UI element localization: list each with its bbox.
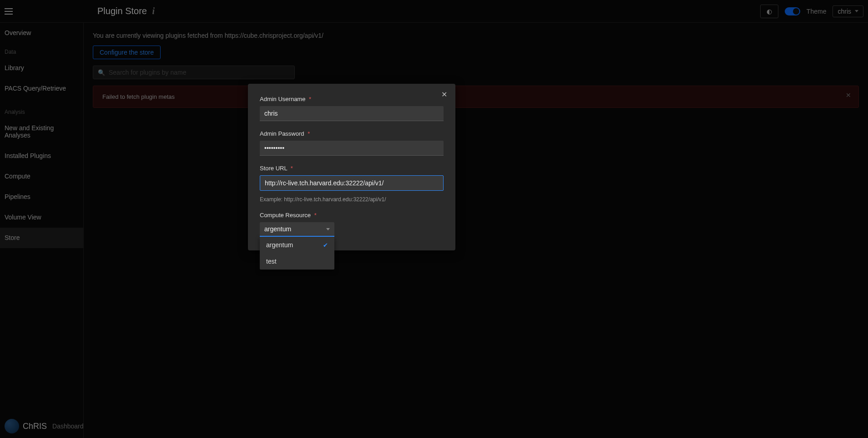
dropdown-option-test[interactable]: test xyxy=(260,253,334,270)
password-input[interactable] xyxy=(260,141,444,156)
option-label: test xyxy=(266,258,277,265)
required-icon: * xyxy=(291,165,293,172)
configure-store-modal: ✕ Admin Username * Admin Password * Stor… xyxy=(248,84,455,250)
label-text: Admin Username xyxy=(260,96,305,102)
compute-select[interactable]: argentum xyxy=(260,222,334,237)
select-value: argentum xyxy=(264,225,291,233)
dropdown-option-argentum[interactable]: argentum ✔ xyxy=(260,237,334,253)
required-icon: * xyxy=(314,212,317,219)
required-icon: * xyxy=(308,130,310,137)
required-icon: * xyxy=(309,96,311,102)
form-group-compute: Compute Resource * argentum argentum ✔ t… xyxy=(260,212,444,237)
check-icon: ✔ xyxy=(323,242,328,249)
password-label: Admin Password * xyxy=(260,130,444,137)
username-label: Admin Username * xyxy=(260,96,444,102)
compute-dropdown: argentum ✔ test xyxy=(260,237,334,270)
form-group-password: Admin Password * xyxy=(260,130,444,156)
compute-label: Compute Resource * xyxy=(260,212,444,219)
storeurl-input[interactable] xyxy=(260,175,444,191)
storeurl-helper: Example: http://rc-live.tch.harvard.edu:… xyxy=(260,196,444,203)
close-icon[interactable]: ✕ xyxy=(441,90,447,99)
storeurl-label: Store URL * xyxy=(260,165,444,172)
label-text: Admin Password xyxy=(260,130,304,137)
form-group-storeurl: Store URL * xyxy=(260,165,444,191)
caret-down-icon xyxy=(326,228,330,230)
label-text: Store URL xyxy=(260,165,287,172)
username-input[interactable] xyxy=(260,106,444,121)
label-text: Compute Resource xyxy=(260,212,311,219)
form-group-username: Admin Username * xyxy=(260,96,444,121)
option-label: argentum xyxy=(266,241,293,249)
